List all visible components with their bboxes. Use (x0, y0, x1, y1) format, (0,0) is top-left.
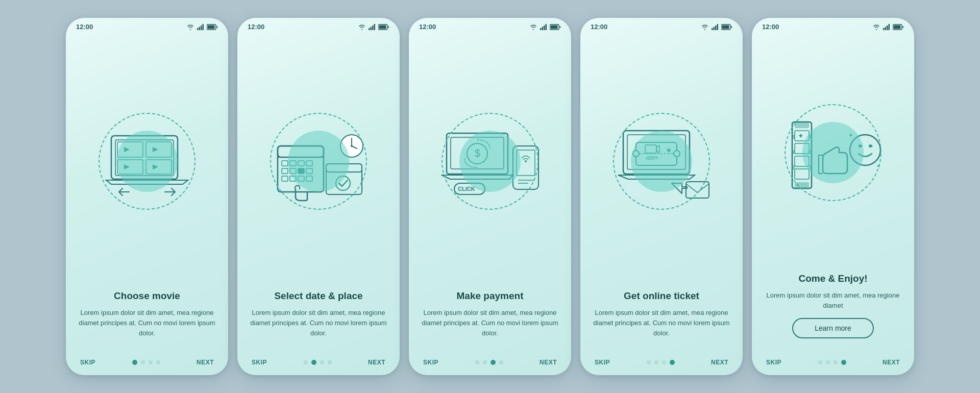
battery-icon-4 (721, 24, 732, 30)
next-btn-3[interactable]: NEXT (540, 359, 557, 366)
dot-3-0 (475, 360, 479, 364)
wifi-icon-5 (872, 24, 880, 30)
dot-3-1 (483, 360, 487, 364)
status-time-5: 12:00 (762, 23, 779, 31)
skip-btn-2[interactable]: SKIP (252, 359, 267, 366)
signal-icon (197, 24, 204, 30)
status-icons-5 (872, 24, 904, 30)
svg-rect-66 (722, 25, 729, 29)
illustration-choose-movie (66, 33, 228, 290)
next-btn-4[interactable]: NEXT (711, 359, 728, 366)
status-time-4: 12:00 (591, 23, 607, 31)
svg-rect-3 (203, 24, 204, 30)
signal-icon-2 (369, 24, 376, 30)
bottom-nav-3: SKIP NEXT (409, 354, 571, 375)
svg-rect-77 (885, 27, 887, 30)
svg-rect-45 (542, 27, 544, 30)
bottom-nav-2: SKIP NEXT (237, 354, 400, 375)
title-get-ticket: Get online ticket (593, 290, 730, 302)
dot-2-1 (311, 360, 316, 365)
svg-rect-0 (197, 28, 199, 30)
dot-4-1 (654, 360, 658, 364)
skip-btn-1[interactable]: SKIP (80, 359, 95, 366)
dot-5-2 (834, 360, 838, 364)
status-icons-3 (529, 24, 561, 30)
status-time-1: 12:00 (76, 23, 93, 31)
dot-2-0 (304, 360, 308, 364)
content-choose-movie: Choose movie Lorem ipsum dolor sit dim a… (66, 290, 228, 354)
next-btn-1[interactable]: NEXT (197, 359, 214, 366)
dots-2 (304, 360, 332, 365)
status-time-3: 12:00 (419, 23, 436, 31)
content-come-enjoy: Come & Enjoy! Lorem ipsum dolor sit dim … (752, 273, 914, 354)
svg-rect-21 (379, 25, 386, 29)
battery-icon-3 (550, 24, 561, 30)
status-icons-4 (701, 24, 732, 30)
dot-5-3 (841, 360, 846, 365)
content-make-payment: Make payment Lorem ipsum dolor sit dim a… (409, 290, 571, 354)
next-btn-2[interactable]: NEXT (368, 359, 385, 366)
svg-rect-2 (201, 26, 202, 30)
next-btn-5[interactable]: NEXT (883, 359, 900, 366)
bottom-nav-4: SKIP NEXT (580, 354, 743, 375)
illustration-select-date (237, 33, 400, 290)
dot-1-2 (149, 360, 153, 364)
wifi-icon-4 (701, 24, 709, 30)
dot-3-3 (499, 360, 503, 364)
status-bar-4: 12:00 (580, 18, 743, 33)
dots-3 (475, 360, 503, 365)
illustration-get-ticket: ★ (580, 33, 743, 290)
battery-icon-2 (378, 24, 389, 30)
status-bar-5: 12:00 (752, 18, 914, 33)
illustration-come-enjoy: ✦ (752, 33, 914, 273)
title-make-payment: Make payment (421, 290, 559, 302)
svg-rect-49 (551, 25, 558, 29)
status-icons-1 (186, 24, 218, 30)
status-time-2: 12:00 (248, 23, 264, 31)
dots-4 (647, 360, 675, 365)
dot-3-2 (491, 360, 496, 365)
dot-1-1 (141, 360, 145, 364)
wifi-icon-2 (358, 24, 366, 30)
svg-rect-5 (208, 25, 215, 29)
body-choose-movie: Lorem ipsum dolor sit dim amet, mea regi… (78, 308, 216, 338)
learn-more-button[interactable]: Learn more (792, 318, 874, 338)
battery-icon (207, 24, 218, 30)
svg-rect-63 (715, 26, 717, 30)
body-get-ticket: Lorem ipsum dolor sit dim amet, mea regi… (593, 308, 730, 338)
svg-rect-16 (369, 28, 370, 30)
bottom-nav-5: SKIP NEXT (752, 354, 914, 375)
svg-rect-44 (540, 28, 542, 30)
svg-rect-19 (374, 24, 376, 30)
svg-rect-64 (717, 24, 719, 30)
dot-2-3 (328, 360, 332, 364)
svg-rect-18 (372, 26, 374, 30)
battery-icon-5 (893, 24, 904, 30)
skip-btn-4[interactable]: SKIP (595, 359, 610, 366)
illustration-make-payment: $ CLICK (409, 33, 571, 290)
screen-select-date: 12:00 (237, 18, 400, 375)
dot-1-3 (156, 360, 160, 364)
wifi-icon-3 (529, 24, 537, 30)
svg-rect-47 (546, 24, 547, 30)
title-choose-movie: Choose movie (78, 290, 216, 302)
signal-icon-5 (883, 24, 890, 30)
status-bar-2: 12:00 (237, 18, 400, 33)
skip-btn-3[interactable]: SKIP (423, 359, 438, 366)
screen-come-enjoy: 12:00 ✦ (752, 18, 914, 375)
screen-make-payment: 12:00 $ (409, 18, 571, 375)
status-bar-1: 12:00 (66, 18, 228, 33)
wifi-icon (186, 24, 194, 30)
svg-rect-17 (371, 27, 372, 30)
dots-5 (818, 360, 846, 365)
svg-rect-61 (712, 28, 713, 30)
dot-5-1 (826, 360, 830, 364)
svg-rect-78 (887, 26, 888, 30)
status-icons-2 (358, 24, 389, 30)
skip-btn-5[interactable]: SKIP (766, 359, 781, 366)
svg-rect-62 (714, 27, 715, 30)
dots-1 (132, 360, 160, 365)
svg-rect-76 (883, 28, 885, 30)
content-select-date: Select date & place Lorem ipsum dolor si… (237, 290, 400, 354)
status-bar-3: 12:00 (409, 18, 571, 33)
